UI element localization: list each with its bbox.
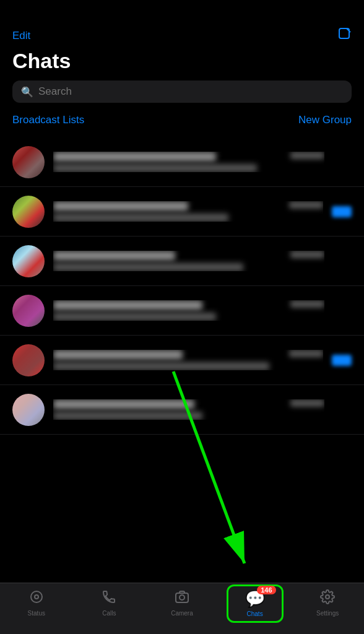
edit-button[interactable]: Edit [12,30,30,42]
avatar [12,295,45,327]
list-item[interactable] [0,237,364,286]
new-group-button[interactable]: New Group [298,114,352,126]
svg-point-5 [31,591,42,602]
list-item[interactable] [0,137,364,187]
chat-time [290,152,324,159]
calls-icon [102,589,116,608]
chat-right [332,206,352,217]
compose-button[interactable] [338,27,352,44]
status-icon [29,589,44,608]
svg-point-6 [35,595,38,599]
tab-settings[interactable]: Settings [291,589,364,617]
header-top-row: Edit [12,27,352,44]
page-title: Chats [12,49,352,73]
avatar [12,394,45,426]
camera-icon [175,589,189,608]
list-item[interactable] [0,336,364,385]
tab-calls-label: Calls [102,610,116,617]
search-icon: 🔍 [21,86,33,98]
chat-content [53,152,324,172]
broadcast-lists-button[interactable]: Broadcast Lists [12,114,84,126]
status-bar [0,0,364,27]
action-row: Broadcast Lists New Group [12,111,352,131]
avatar [12,146,45,178]
tab-settings-label: Settings [316,610,339,617]
svg-point-8 [180,595,184,600]
chat-content [53,300,324,321]
tab-chats-label: Chats [247,610,263,617]
chats-icon-wrapper: 💬 146 [245,589,265,609]
tab-chats[interactable]: 💬 146 Chats [219,589,292,617]
chat-right [332,355,352,366]
chat-list [0,137,364,435]
tab-bar: Status Calls Camera 💬 146 Chats [0,583,364,634]
unread-badge [332,206,352,217]
chat-content [53,399,324,420]
list-item[interactable] [0,187,364,237]
tab-camera[interactable]: Camera [145,589,219,617]
chat-preview [53,164,257,172]
list-item[interactable] [0,385,364,435]
avatar [12,344,45,376]
tab-status[interactable]: Status [0,589,73,617]
list-item[interactable] [0,286,364,336]
unread-badge [332,355,352,366]
chats-badge: 146 [257,586,275,594]
avatar [12,196,45,228]
svg-point-9 [326,595,329,599]
chat-name [53,152,216,162]
chat-content [53,201,323,222]
header: Edit Chats 🔍 Broadcast Lists New Group [0,27,364,137]
search-bar[interactable]: 🔍 [12,80,352,103]
chat-content [53,251,324,271]
tab-status-label: Status [28,610,45,617]
chat-content [53,350,323,370]
avatar [12,245,45,277]
search-input[interactable] [38,85,343,98]
tab-calls[interactable]: Calls [73,589,146,617]
settings-icon [320,589,335,608]
tab-camera-label: Camera [171,610,193,617]
